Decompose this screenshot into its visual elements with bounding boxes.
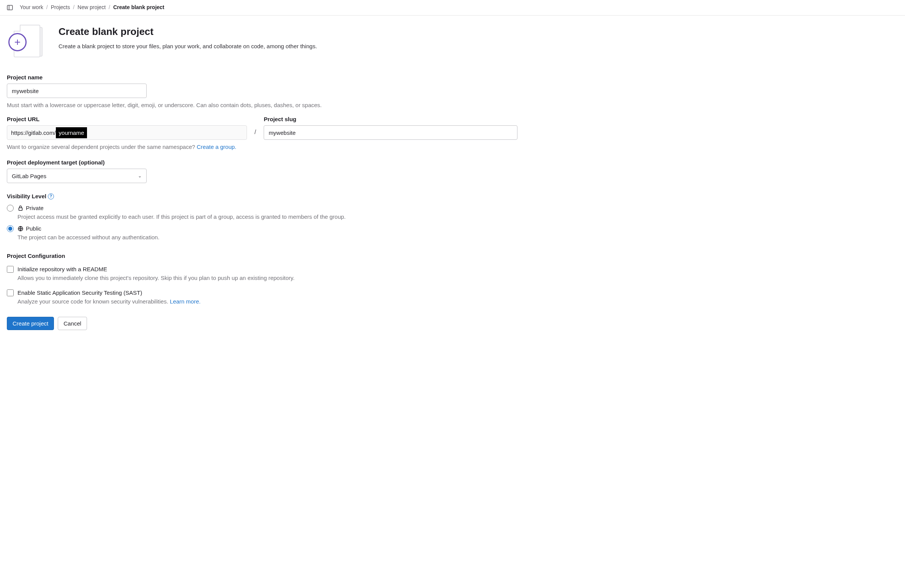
sast-learn-more-link[interactable]: Learn more. (170, 298, 201, 304)
visibility-private-title: Private (26, 204, 44, 212)
project-name-input[interactable] (7, 84, 147, 98)
page-subtitle: Create a blank project to store your fil… (59, 42, 317, 50)
visibility-public-radio[interactable] (7, 225, 14, 232)
breadcrumb-separator: / (46, 4, 48, 11)
breadcrumb-current: Create blank project (113, 4, 165, 11)
project-name-label: Project name (7, 73, 518, 81)
readme-desc: Allows you to immediately clone this pro… (17, 274, 518, 282)
cancel-button[interactable]: Cancel (58, 317, 87, 330)
chevron-down-icon: ⌄ (138, 173, 142, 179)
breadcrumb: Your work / Projects / New project / Cre… (20, 4, 165, 11)
globe-icon (17, 226, 24, 232)
breadcrumb-separator: / (109, 4, 110, 11)
svg-rect-2 (19, 208, 22, 211)
project-url-prefix: https://gitlab.com/ (11, 129, 56, 137)
deployment-target-value: GitLab Pages (12, 172, 46, 180)
plus-icon: + (8, 33, 27, 51)
help-icon[interactable]: ? (48, 193, 54, 200)
project-url-label: Project URL (7, 115, 247, 123)
sidebar-toggle-icon[interactable] (6, 4, 14, 11)
project-slug-input[interactable] (264, 125, 518, 140)
create-project-button[interactable]: Create project (7, 317, 54, 330)
sast-desc: Analyze your source code for known secur… (17, 297, 518, 305)
new-project-icon: + (7, 25, 45, 60)
visibility-label: Visibility Level (7, 192, 46, 200)
sast-checkbox[interactable] (7, 290, 14, 296)
project-url-namespace: yourname (56, 127, 87, 138)
url-slug-separator: / (254, 115, 256, 136)
visibility-public-desc: The project can be accessed without any … (17, 233, 518, 241)
breadcrumb-item-new-project[interactable]: New project (78, 4, 106, 11)
project-url-input[interactable]: https://gitlab.com/ yourname (7, 125, 247, 140)
visibility-private-desc: Project access must be granted explicitl… (17, 213, 518, 221)
project-slug-label: Project slug (264, 115, 518, 123)
create-group-link[interactable]: Create a group. (197, 144, 236, 150)
readme-checkbox[interactable] (7, 266, 14, 273)
readme-title: Initialize repository with a README (17, 265, 107, 273)
configuration-label: Project Configuration (7, 252, 518, 260)
visibility-public-title: Public (26, 225, 41, 233)
svg-rect-0 (7, 5, 13, 10)
breadcrumb-item-projects[interactable]: Projects (51, 4, 70, 11)
deployment-target-select[interactable]: GitLab Pages ⌄ (7, 169, 147, 183)
project-name-help: Must start with a lowercase or uppercase… (7, 101, 518, 109)
breadcrumb-item-your-work[interactable]: Your work (20, 4, 43, 11)
breadcrumb-separator: / (73, 4, 75, 11)
lock-icon (17, 205, 24, 211)
page-title: Create blank project (59, 25, 317, 38)
group-prompt: Want to organize several dependent proje… (7, 143, 518, 151)
visibility-private-radio[interactable] (7, 205, 14, 212)
deployment-target-label: Project deployment target (optional) (7, 158, 518, 166)
sast-title: Enable Static Application Security Testi… (17, 289, 142, 296)
